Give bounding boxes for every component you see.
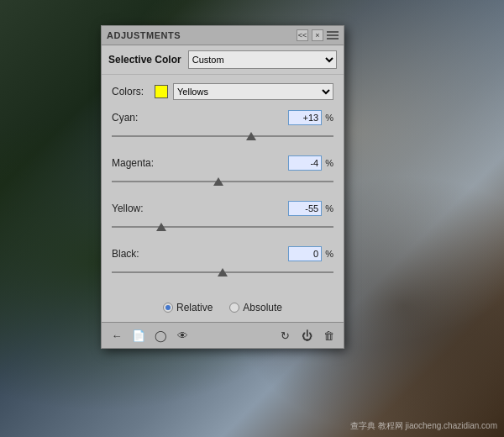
yellow-slider-row: Yellow: -55 % <box>112 201 333 234</box>
magenta-value[interactable]: -4 <box>288 155 322 171</box>
yellow-unit: % <box>325 203 333 213</box>
eye-button[interactable]: 👁 <box>174 327 191 344</box>
watermark: 查字典 教程网 jiaocheng.chazidian.com <box>350 420 497 432</box>
cyan-track-line <box>112 135 333 137</box>
black-label: Black: <box>112 248 139 260</box>
toolbar-left: ← 📄 ◯ 👁 <box>108 327 191 344</box>
page-button[interactable]: 📄 <box>130 327 147 344</box>
black-slider-row: Black: 0 % <box>112 246 333 280</box>
power-button[interactable]: ⏻ <box>298 327 315 344</box>
menu-icon[interactable] <box>327 31 339 39</box>
magenta-track-line <box>112 181 333 182</box>
yellow-track[interactable] <box>112 219 333 234</box>
yellow-label: Yellow: <box>112 203 144 214</box>
relative-radio[interactable] <box>163 303 173 313</box>
cyan-track[interactable] <box>112 129 333 144</box>
relative-option[interactable]: Relative <box>163 302 213 313</box>
globe-button[interactable]: ◯ <box>152 327 169 344</box>
colors-dropdown[interactable]: Yellows Reds Greens Cyans Blues Magentas… <box>173 83 333 100</box>
cyan-slider-row: Cyan: +13 % <box>112 110 333 144</box>
black-unit: % <box>325 249 333 259</box>
panel-header: ADJUSTMENTS << × <box>102 26 344 45</box>
black-value[interactable]: 0 <box>288 246 322 261</box>
yellow-track-line <box>112 226 333 228</box>
magenta-slider-row: Magenta: -4 % <box>112 155 333 189</box>
colors-label: Colors: <box>112 86 150 97</box>
cyan-unit: % <box>325 113 333 123</box>
magenta-unit: % <box>325 158 333 168</box>
magenta-label: Magenta: <box>112 157 154 169</box>
method-radio-row: Relative Absolute <box>112 293 333 313</box>
absolute-radio[interactable] <box>229 303 239 313</box>
preset-dropdown[interactable]: Custom Default Strong Contrast Luminosit… <box>188 50 337 69</box>
back-button[interactable]: ← <box>108 327 125 344</box>
trash-button[interactable]: 🗑 <box>320 327 337 344</box>
yellow-value[interactable]: -55 <box>288 201 322 216</box>
relative-label: Relative <box>176 302 213 313</box>
magenta-track[interactable] <box>112 174 333 189</box>
refresh-button[interactable]: ↻ <box>276 327 293 344</box>
cyan-thumb[interactable] <box>246 132 256 140</box>
colors-row: Colors: Yellows Reds Greens Cyans Blues … <box>112 83 333 100</box>
cyan-label: Cyan: <box>112 112 138 124</box>
magenta-thumb[interactable] <box>213 177 223 186</box>
black-track-line <box>112 271 333 273</box>
absolute-option[interactable]: Absolute <box>229 302 282 313</box>
adjustments-panel: ADJUSTMENTS << × Selective Color Custom … <box>101 25 344 349</box>
absolute-label: Absolute <box>243 302 282 313</box>
bottom-toolbar: ← 📄 ◯ 👁 ↻ ⏻ 🗑 <box>102 322 344 348</box>
toolbar-right: ↻ ⏻ 🗑 <box>276 327 337 344</box>
black-track[interactable] <box>112 265 333 280</box>
selective-color-label: Selective Color <box>108 54 181 66</box>
collapse-button[interactable]: << <box>297 29 308 41</box>
selective-color-header: Selective Color Custom Default Strong Co… <box>102 45 344 75</box>
panel-title: ADJUSTMENTS <box>107 30 181 40</box>
panel-body: Colors: Yellows Reds Greens Cyans Blues … <box>102 75 344 322</box>
black-thumb[interactable] <box>218 268 228 276</box>
cyan-value[interactable]: +13 <box>288 110 322 125</box>
close-button[interactable]: × <box>312 29 323 41</box>
color-swatch <box>155 85 168 98</box>
yellow-thumb[interactable] <box>156 223 166 231</box>
panel-controls: << × <box>297 29 339 41</box>
